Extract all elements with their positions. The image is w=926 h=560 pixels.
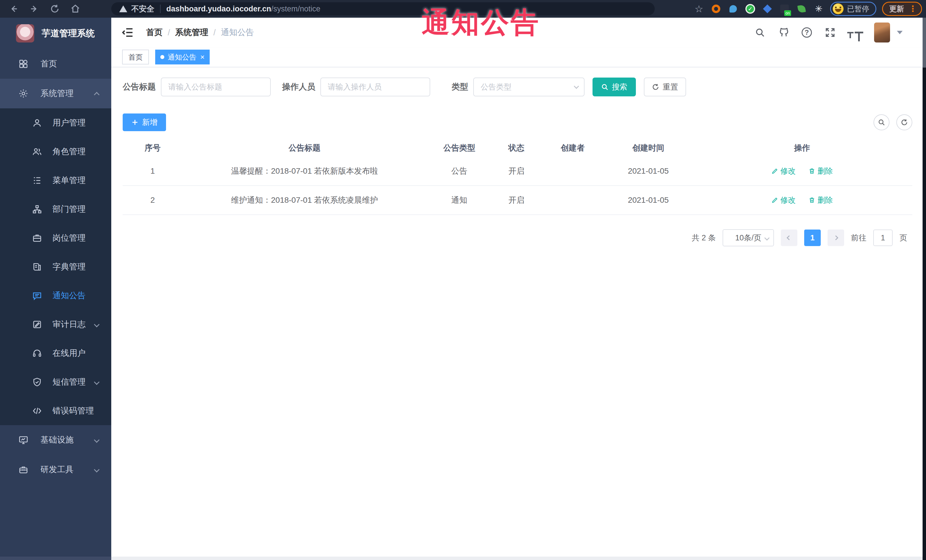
fullscreen-icon[interactable] [824, 26, 837, 39]
font-size-icon[interactable] [847, 32, 863, 33]
extension-ring-icon[interactable] [710, 3, 722, 15]
sidebar-item-dept-management[interactable]: 部门管理 [0, 195, 111, 223]
pencil-icon [772, 168, 778, 175]
page-size-select[interactable]: 10条/页 [723, 229, 774, 246]
user-avatar[interactable] [874, 23, 890, 42]
delete-link[interactable]: 删除 [808, 166, 833, 176]
cell-created: 2021-01-05 [605, 196, 692, 205]
sidebar-submenu-system: 用户管理 角色管理 菜单管理 部门管理 [0, 108, 111, 425]
browser-menu-icon[interactable]: ⋮ [909, 5, 917, 13]
table-toolbar: 新增 [123, 113, 912, 131]
user-icon [31, 117, 43, 128]
back-icon[interactable] [7, 2, 21, 16]
breadcrumb-separator: / [213, 28, 216, 37]
url-host: dashboard.yudao.iocoder.cn [166, 5, 271, 14]
breadcrumb-home[interactable]: 首页 [146, 27, 163, 38]
window-bottom-edge-right [111, 557, 923, 560]
sidebar-item-role-management[interactable]: 角色管理 [0, 137, 111, 166]
breadcrumb-current: 通知公告 [221, 27, 254, 38]
operator-input[interactable] [320, 77, 430, 97]
edit-link[interactable]: 修改 [772, 195, 796, 205]
sidebar-item-audit-log[interactable]: 审计日志 [0, 310, 111, 339]
trash-icon [808, 168, 815, 175]
notice-type-select[interactable] [473, 77, 584, 97]
chevron-down-icon [94, 322, 100, 328]
sidebar-item-online-users[interactable]: 在线用户 [0, 339, 111, 368]
extensions-menu-icon[interactable]: ✳ [813, 3, 825, 15]
window-scrollbar[interactable] [923, 18, 926, 560]
reset-button[interactable]: 重置 [644, 77, 686, 97]
refresh-table-button[interactable] [896, 114, 912, 130]
sidebar-item-label: 部门管理 [53, 204, 99, 215]
sidebar-item-home[interactable]: 首页 [0, 49, 111, 79]
breadcrumb-separator: / [168, 28, 170, 37]
current-page-button[interactable]: 1 [804, 229, 821, 246]
header-actions: ? [754, 18, 903, 47]
filter-title-label: 公告标题 [123, 81, 156, 93]
avatar-caret-icon[interactable] [897, 31, 903, 34]
chevron-up-icon [94, 92, 100, 98]
dashboard-icon [18, 58, 29, 69]
sidebar-fold-icon[interactable] [121, 26, 134, 39]
code-icon [31, 405, 43, 417]
help-icon[interactable]: ? [800, 26, 813, 39]
next-page-button[interactable] [828, 229, 844, 246]
sidebar-item-label: 菜单管理 [53, 175, 99, 186]
sidebar-item-label: 研发工具 [41, 464, 95, 475]
scrollbar-thumb[interactable] [923, 18, 926, 68]
goto-label: 前往 [851, 232, 866, 243]
sidebar-item-label: 首页 [41, 58, 99, 69]
cell-type: 通知 [427, 195, 492, 205]
sidebar-item-sms-management[interactable]: 短信管理 [0, 368, 111, 396]
extension-drop-icon[interactable] [728, 3, 739, 15]
notice-type-select-input[interactable] [473, 77, 584, 97]
browser-update-button[interactable]: 更新 ⋮ [882, 2, 922, 16]
browser-actions: ☆ ✓ on ✳ 已暂停 更新 ⋮ [693, 0, 922, 18]
close-icon[interactable]: × [200, 53, 204, 61]
app-logo-row[interactable]: 芋道管理系统 [0, 18, 111, 49]
delete-link[interactable]: 删除 [808, 195, 833, 205]
home-icon[interactable] [68, 2, 82, 16]
sidebar-item-label: 审计日志 [53, 319, 95, 330]
extension-diamond-icon[interactable] [762, 3, 773, 15]
refresh-icon [900, 119, 908, 126]
tab-label: 通知公告 [168, 53, 196, 62]
sidebar-item-menu-management[interactable]: 菜单管理 [0, 166, 111, 195]
edit-link[interactable]: 修改 [772, 166, 796, 176]
address-bar[interactable]: 不安全 dashboard.yudao.iocoder.cn/system/no… [111, 2, 655, 15]
extension-database-icon[interactable]: on [779, 3, 790, 15]
sidebar-item-label: 岗位管理 [53, 232, 99, 244]
goto-page-input[interactable] [873, 229, 893, 246]
search-icon[interactable] [754, 26, 766, 39]
extension-green-check-icon[interactable]: ✓ [744, 3, 756, 15]
table-row: 1 温馨提醒：2018-07-01 若依新版本发布啦 公告 开启 2021-01… [123, 157, 912, 186]
sidebar-item-notice-announcement[interactable]: 通知公告 [0, 281, 111, 310]
add-button[interactable]: 新增 [123, 113, 166, 131]
bookmark-star-icon[interactable]: ☆ [693, 3, 705, 15]
window-bottom-edge-left [0, 557, 111, 560]
forward-icon[interactable] [27, 2, 41, 16]
toggle-search-button[interactable] [873, 114, 890, 130]
breadcrumb-section[interactable]: 系统管理 [175, 27, 208, 38]
toolbox-icon [18, 464, 29, 475]
sidebar-item-post-management[interactable]: 岗位管理 [0, 223, 111, 252]
sidebar-item-infrastructure[interactable]: 基础设施 [0, 425, 111, 455]
github-icon[interactable] [777, 26, 790, 39]
trash-icon [808, 197, 815, 204]
refresh-icon[interactable] [48, 2, 62, 16]
sidebar-item-dict-management[interactable]: 字典管理 [0, 252, 111, 281]
notice-title-input[interactable] [161, 77, 271, 97]
prev-page-button[interactable] [781, 229, 797, 246]
browser-profile-button[interactable]: 已暂停 [830, 2, 876, 16]
search-button[interactable]: 搜索 [593, 77, 636, 97]
tab-notice-announcement[interactable]: 通知公告 × [155, 50, 210, 65]
cell-created: 2021-01-05 [605, 166, 692, 176]
sidebar-item-system-management[interactable]: 系统管理 [0, 79, 111, 108]
tab-home[interactable]: 首页 [122, 50, 149, 65]
extension-leaf-icon[interactable] [796, 3, 807, 15]
table-header-row: 序号 公告标题 公告类型 状态 创建者 创建时间 操作 [123, 139, 912, 157]
sidebar-item-dev-tools[interactable]: 研发工具 [0, 455, 111, 485]
active-tab-dot [160, 55, 164, 59]
sidebar-item-error-code-management[interactable]: 错误码管理 [0, 396, 111, 425]
sidebar-item-user-management[interactable]: 用户管理 [0, 108, 111, 137]
